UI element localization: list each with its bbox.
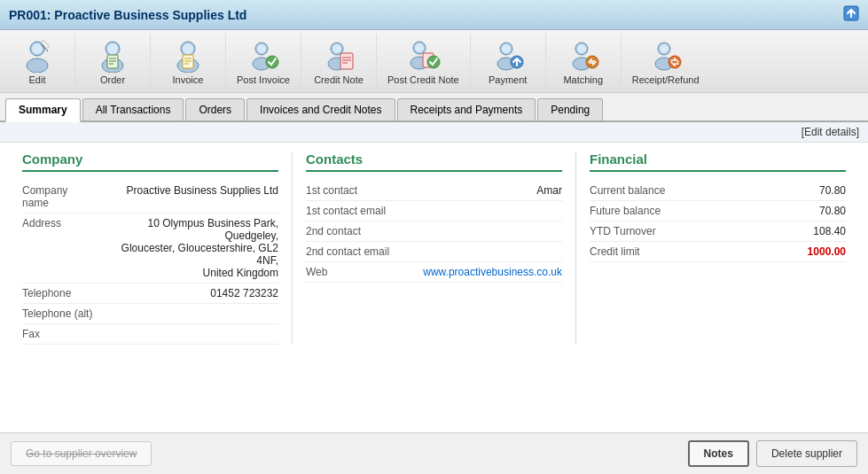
company-address-label: Address — [22, 217, 120, 279]
financial-credit-limit-value: 1000.00 — [687, 245, 846, 258]
contact-web-label: Web — [306, 266, 403, 278]
company-name-label: Companyname — [22, 184, 120, 209]
svg-point-14 — [183, 43, 193, 54]
toolbar-invoice-label: Invoice — [173, 74, 204, 85]
toolbar-post-invoice[interactable]: Post Invoice — [226, 34, 301, 89]
export-icon[interactable] — [843, 5, 859, 24]
toolbar-edit[interactable]: Edit — [0, 34, 75, 89]
edit-details-link[interactable]: [Edit details] — [802, 126, 859, 138]
contact-2-value — [403, 225, 562, 237]
svg-point-7 — [107, 43, 118, 54]
contacts-section: Contacts 1st contact Amar 1st contact em… — [293, 152, 576, 345]
financial-current-balance-row: Current balance 70.80 — [590, 181, 846, 201]
page-header: PR001: Proactive Business Supplies Ltd — [0, 0, 868, 30]
svg-rect-27 — [340, 53, 353, 69]
tab-orders[interactable]: Orders — [185, 98, 245, 120]
tab-pending[interactable]: Pending — [537, 98, 603, 120]
contact-2-email-row: 2nd contact email — [306, 242, 562, 262]
financial-current-balance-value: 70.80 — [687, 184, 846, 197]
svg-point-43 — [586, 56, 598, 68]
company-name-row: Companyname Proactive Business Supplies … — [22, 181, 278, 214]
svg-point-2 — [27, 58, 48, 73]
contact-1-value: Amar — [403, 184, 562, 197]
company-fax-label: Fax — [22, 328, 120, 340]
financial-credit-limit-label: Credit limit — [590, 245, 687, 258]
contact-1-email-label: 1st contact email — [306, 205, 403, 217]
toolbar-matching[interactable]: Matching — [546, 34, 622, 89]
company-name-value: Proactive Business Supplies Ltd — [120, 184, 278, 209]
toolbar-receipt-refund-label: Receipt/Refund — [632, 74, 700, 85]
company-telephone-alt-row: Telephone (alt) — [22, 304, 278, 324]
svg-point-25 — [332, 44, 341, 53]
toolbar-order[interactable]: Order — [75, 34, 151, 89]
content-area: [Edit details] Company Companyname Proac… — [0, 122, 868, 354]
toolbar-order-label: Order — [100, 74, 125, 85]
financial-future-balance-row: Future balance 70.80 — [590, 201, 846, 221]
company-telephone-row: Telephone 01452 723232 — [22, 284, 278, 304]
financial-title: Financial — [590, 152, 846, 172]
toolbar-credit-note-label: Credit Note — [314, 74, 364, 85]
toolbar: Edit Order — [0, 30, 868, 93]
company-address-value: 10 Olympus Business Park, Quedgeley,Glou… — [120, 217, 278, 279]
contact-web-row: Web www.proactivebusiness.co.uk — [306, 262, 562, 283]
svg-point-41 — [577, 44, 586, 53]
financial-credit-limit-row: Credit limit 1000.00 — [590, 242, 846, 262]
toolbar-receipt-refund[interactable]: Receipt/Refund — [622, 34, 710, 89]
financial-ytd-row: YTD Turnover 108.40 — [590, 221, 846, 242]
financial-ytd-label: YTD Turnover — [590, 225, 687, 237]
contact-2-row: 2nd contact — [306, 221, 562, 242]
toolbar-payment[interactable]: Payment — [471, 34, 546, 89]
svg-point-32 — [415, 43, 424, 52]
contact-1-email-row: 1st contact email — [306, 201, 562, 221]
svg-point-45 — [660, 44, 669, 53]
edit-details-bar: [Edit details] — [0, 122, 868, 143]
contact-1-row: 1st contact Amar — [306, 181, 562, 201]
company-telephone-value: 01452 723232 — [120, 287, 278, 299]
company-title: Company — [22, 152, 278, 172]
contact-2-email-value — [403, 245, 562, 258]
contact-2-email-label: 2nd contact email — [306, 245, 403, 258]
tab-receipts-payments[interactable]: Receipts and Payments — [397, 98, 536, 120]
toolbar-post-invoice-label: Post Invoice — [237, 74, 290, 85]
contacts-title: Contacts — [306, 152, 562, 172]
toolbar-invoice[interactable]: Invoice — [151, 34, 226, 89]
company-telephone-alt-label: Telephone (alt) — [22, 307, 120, 320]
tab-invoices-credit-notes[interactable]: Invoices and Credit Notes — [246, 98, 395, 120]
toolbar-credit-note[interactable]: Credit Note — [301, 34, 377, 89]
toolbar-matching-label: Matching — [563, 74, 603, 85]
svg-point-37 — [502, 44, 511, 53]
financial-future-balance-value: 70.80 — [687, 205, 846, 217]
toolbar-edit-label: Edit — [29, 74, 46, 85]
company-telephone-label: Telephone — [22, 287, 120, 299]
contact-2-label: 2nd contact — [306, 225, 403, 237]
contact-1-label: 1st contact — [306, 184, 403, 197]
company-section: Company Companyname Proactive Business S… — [9, 152, 293, 345]
contact-web-value[interactable]: www.proactivebusiness.co.uk — [403, 266, 562, 278]
tab-bar: Summary All Transactions Orders Invoices… — [0, 93, 868, 122]
financial-section: Financial Current balance 70.80 Future b… — [576, 152, 859, 345]
financial-current-balance-label: Current balance — [590, 184, 687, 197]
page-title: PR001: Proactive Business Supplies Ltd — [9, 8, 246, 22]
toolbar-post-credit-note-label: Post Credit Note — [387, 74, 459, 85]
info-grid: Company Companyname Proactive Business S… — [0, 143, 868, 354]
tab-all-transactions[interactable]: All Transactions — [82, 98, 184, 120]
company-fax-row: Fax — [22, 324, 278, 345]
svg-point-21 — [257, 44, 266, 53]
toolbar-post-credit-note[interactable]: Post Credit Note — [377, 34, 471, 89]
contact-1-email-value — [403, 205, 562, 217]
tab-summary[interactable]: Summary — [5, 98, 81, 122]
company-address-row: Address 10 Olympus Business Park, Quedge… — [22, 214, 278, 284]
toolbar-payment-label: Payment — [489, 74, 527, 85]
company-telephone-alt-value — [120, 307, 278, 320]
financial-ytd-value: 108.40 — [687, 225, 846, 237]
company-fax-value — [120, 328, 278, 340]
financial-future-balance-label: Future balance — [590, 205, 687, 217]
